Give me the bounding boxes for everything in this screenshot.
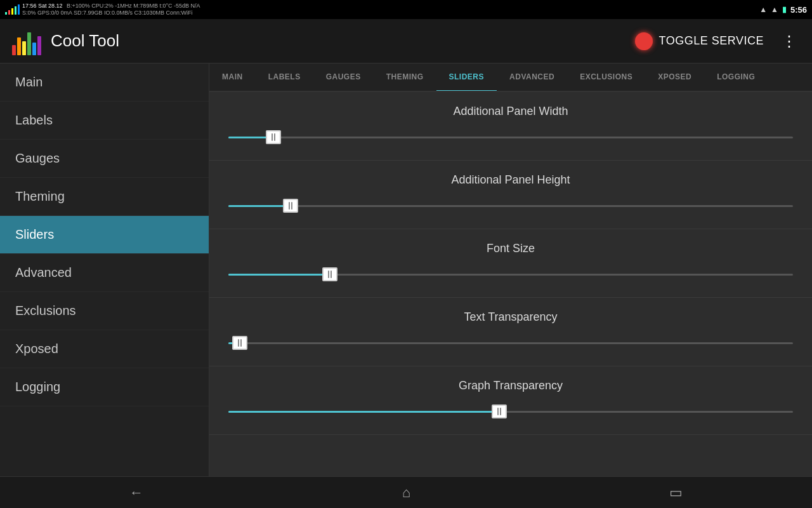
- status-bar: 17:56 Sat 28.12 B:+100% CPU:2% -1MHz M:7…: [0, 0, 812, 19]
- content-area: MAINLABELSGAUGESTHEMINGSLIDERSADVANCEDEX…: [209, 64, 812, 476]
- wifi-icon: ▲: [759, 5, 767, 14]
- signal-icon: ▲: [771, 5, 778, 14]
- tab-advanced[interactable]: ADVANCED: [497, 64, 567, 92]
- home-button[interactable]: ⌂: [390, 479, 423, 506]
- slider-label-panel-width: Additional Panel Width: [228, 105, 793, 118]
- toggle-service-button[interactable]: TOGGLE SERVICE: [635, 32, 764, 50]
- battery-icon: ▮: [782, 5, 787, 14]
- slider-fill-font-size: [228, 274, 330, 276]
- slider-track-panel-width: [228, 137, 793, 138]
- status-left: 17:56 Sat 28.12 B:+100% CPU:2% -1MHz M:7…: [5, 3, 759, 17]
- slider-label-text-transparency: Text Transparency: [228, 311, 793, 324]
- slider-thumb-graph-transparency[interactable]: [492, 404, 507, 418]
- back-button[interactable]: ←: [117, 479, 156, 506]
- status-right: ▲ ▲ ▮ 5:56: [759, 5, 807, 15]
- sliders-content: Additional Panel WidthAdditional Panel H…: [209, 92, 812, 476]
- sidebar: MainLabelsGaugesThemingSlidersAdvancedEx…: [0, 64, 209, 476]
- sidebar-item-advanced[interactable]: Advanced: [0, 254, 209, 292]
- toggle-service-label: TOGGLE SERVICE: [659, 34, 764, 48]
- slider-section-panel-height: Additional Panel Height: [209, 161, 812, 229]
- slider-section-text-transparency: Text Transparency: [209, 298, 812, 366]
- sidebar-item-xposed[interactable]: Xposed: [0, 330, 209, 368]
- tab-sliders[interactable]: SLIDERS: [436, 64, 497, 92]
- slider-thumb-text-transparency[interactable]: [232, 336, 247, 350]
- sidebar-item-gauges[interactable]: Gauges: [0, 140, 209, 178]
- sidebar-item-labels[interactable]: Labels: [0, 102, 209, 140]
- tab-labels[interactable]: LABELS: [256, 64, 313, 92]
- slider-label-font-size: Font Size: [228, 242, 793, 255]
- more-options-icon[interactable]: ⋮: [776, 30, 802, 53]
- app-header: Cool Tool TOGGLE SERVICE ⋮: [0, 19, 812, 64]
- tab-exclusions[interactable]: EXCLUSIONS: [567, 64, 645, 92]
- slider-thumb-font-size[interactable]: [322, 267, 337, 281]
- main-layout: MainLabelsGaugesThemingSlidersAdvancedEx…: [0, 64, 812, 476]
- sidebar-item-main[interactable]: Main: [0, 64, 209, 102]
- tab-main[interactable]: MAIN: [209, 64, 256, 92]
- slider-track-panel-height: [228, 205, 793, 207]
- slider-section-font-size: Font Size: [209, 229, 812, 298]
- slider-track-text-transparency: [228, 342, 793, 344]
- sidebar-item-sliders[interactable]: Sliders: [0, 216, 209, 254]
- slider-thumb-panel-width[interactable]: [266, 130, 281, 144]
- slider-fill-graph-transparency: [228, 411, 499, 413]
- slider-section-panel-width: Additional Panel Width: [209, 92, 812, 161]
- slider-thumb-panel-height[interactable]: [283, 199, 298, 213]
- clock: 5:56: [790, 5, 807, 15]
- tab-logging[interactable]: LOGGING: [704, 64, 768, 92]
- slider-graph-transparency[interactable]: [228, 404, 793, 419]
- app-title: Cool Tool: [51, 31, 635, 51]
- service-status-indicator: [635, 32, 653, 50]
- sidebar-item-exclusions[interactable]: Exclusions: [0, 292, 209, 330]
- tabs-bar: MAINLABELSGAUGESTHEMINGSLIDERSADVANCEDEX…: [209, 64, 812, 92]
- slider-label-graph-transparency: Graph Transparency: [228, 379, 793, 392]
- slider-panel-height[interactable]: [228, 198, 793, 213]
- slider-panel-width[interactable]: [228, 130, 793, 145]
- tab-gauges[interactable]: GAUGES: [313, 64, 374, 92]
- slider-text-transparency[interactable]: [228, 335, 793, 351]
- slider-font-size[interactable]: [228, 267, 793, 282]
- bottom-nav: ← ⌂ ▭: [0, 476, 812, 508]
- signal-bars-icon: [5, 4, 20, 15]
- tab-xposed[interactable]: XPOSED: [645, 64, 704, 92]
- slider-fill-panel-height: [228, 205, 291, 207]
- sidebar-item-theming[interactable]: Theming: [0, 178, 209, 216]
- sidebar-item-logging[interactable]: Logging: [0, 368, 209, 406]
- recents-button[interactable]: ▭: [657, 479, 695, 506]
- status-stats: 17:56 Sat 28.12 B:+100% CPU:2% -1MHz M:7…: [22, 3, 203, 17]
- tab-theming[interactable]: THEMING: [374, 64, 436, 92]
- slider-label-panel-height: Additional Panel Height: [228, 173, 793, 187]
- slider-section-graph-transparency: Graph Transparency: [209, 366, 812, 435]
- app-logo: [10, 25, 43, 58]
